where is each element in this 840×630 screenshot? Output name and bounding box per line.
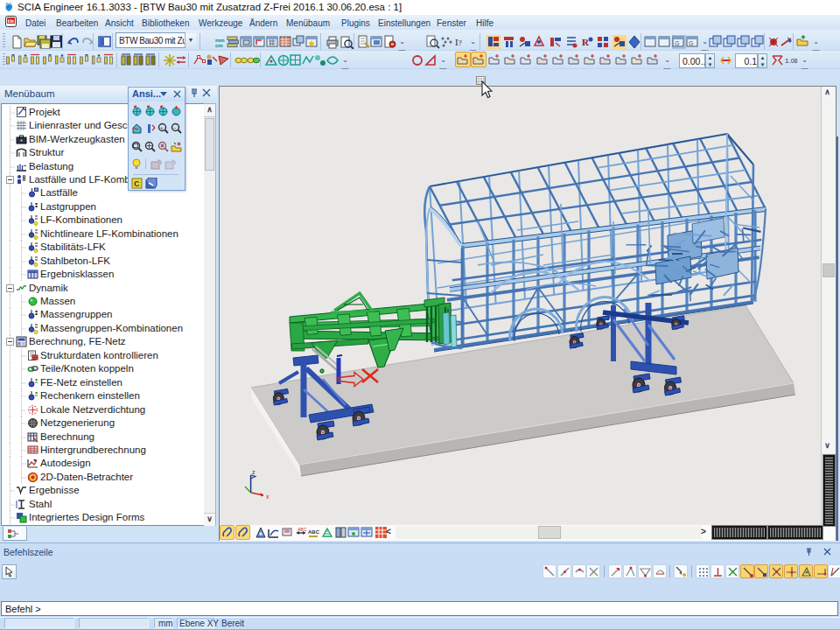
svg-text:x: x [266, 494, 270, 500]
svg-text:G: G [689, 40, 693, 46]
svg-text:z: z [252, 469, 256, 475]
svg-text:1.08: 1.08 [785, 57, 798, 65]
svg-text:G: G [675, 40, 679, 46]
svg-text:R: R [582, 37, 590, 47]
svg-text:ABC: ABC [308, 529, 320, 535]
svg-text:−: − [173, 125, 177, 130]
svg-text:+: + [160, 125, 164, 130]
svg-text:cm: cm [215, 43, 223, 48]
svg-text:C: C [134, 179, 140, 188]
svg-text:ABC: ABC [298, 527, 307, 532]
svg-text:I?: I? [455, 37, 462, 47]
